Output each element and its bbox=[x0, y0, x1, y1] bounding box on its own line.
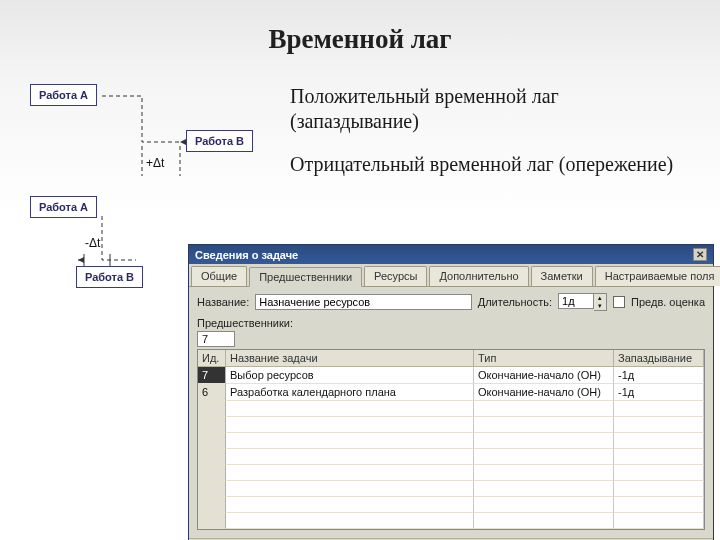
tab-advanced[interactable]: Дополнительно bbox=[429, 266, 528, 286]
diagram-node-work-a-top: Работа А bbox=[30, 84, 97, 106]
table-row[interactable] bbox=[198, 497, 704, 513]
diagram-node-work-a-bottom: Работа А bbox=[30, 196, 97, 218]
table-row[interactable]: 7 Выбор ресурсов Окончание-начало (ОН) -… bbox=[198, 367, 704, 384]
estimate-checkbox[interactable] bbox=[613, 296, 625, 308]
table-row[interactable] bbox=[198, 449, 704, 465]
col-task-name[interactable]: Название задачи bbox=[226, 350, 474, 367]
chevron-down-icon[interactable]: ▾ bbox=[594, 302, 606, 310]
table-row[interactable] bbox=[198, 417, 704, 433]
task-info-dialog: Сведения о задаче ✕ Общие Предшественник… bbox=[188, 244, 714, 540]
spin-buttons[interactable]: ▴ ▾ bbox=[594, 293, 607, 311]
tab-notes[interactable]: Заметки bbox=[531, 266, 593, 286]
table-row[interactable] bbox=[198, 513, 704, 529]
duration-stepper[interactable]: ▴ ▾ bbox=[558, 293, 607, 311]
grid-header: Ид. Название задачи Тип Запаздывание bbox=[198, 350, 704, 367]
estimate-label: Предв. оценка bbox=[631, 296, 705, 308]
dialog-title-text: Сведения о задаче bbox=[195, 249, 298, 261]
cell-type[interactable]: Окончание-начало (ОН) bbox=[474, 367, 614, 384]
table-row[interactable] bbox=[198, 481, 704, 497]
page-title: Временной лаг bbox=[0, 24, 720, 55]
cell-lag[interactable]: -1д bbox=[614, 384, 704, 401]
diagram-node-work-b-bottom: Работа В bbox=[76, 266, 143, 288]
table-row[interactable] bbox=[198, 465, 704, 481]
predecessors-section-label: Предшественники: bbox=[197, 317, 705, 329]
table-row[interactable] bbox=[198, 433, 704, 449]
tab-custom-fields[interactable]: Настраиваемые поля bbox=[595, 266, 720, 286]
minus-dt-label: -Δt bbox=[85, 236, 100, 250]
predecessors-grid[interactable]: Ид. Название задачи Тип Запаздывание 7 В… bbox=[197, 349, 705, 530]
tab-general[interactable]: Общие bbox=[191, 266, 247, 286]
table-row[interactable] bbox=[198, 401, 704, 417]
dialog-panel: Название: Длительность: ▴ ▾ Предв. оценк… bbox=[189, 287, 713, 538]
close-icon[interactable]: ✕ bbox=[693, 248, 707, 261]
plus-dt-label: +Δt bbox=[146, 156, 164, 170]
cell-name[interactable]: Разработка календарного плана bbox=[226, 384, 474, 401]
dialog-tabs: Общие Предшественники Ресурсы Дополнител… bbox=[189, 264, 713, 287]
duration-label: Длительность: bbox=[478, 296, 552, 308]
cell-id: 6 bbox=[198, 384, 226, 401]
duration-input[interactable] bbox=[558, 293, 594, 309]
task-name-input[interactable] bbox=[255, 294, 471, 310]
chevron-up-icon[interactable]: ▴ bbox=[594, 294, 606, 302]
explanation-text: Положительный временной лаг (запаздывани… bbox=[290, 84, 690, 195]
col-id[interactable]: Ид. bbox=[198, 350, 226, 367]
negative-lag-text: Отрицательный временной лаг (опережение) bbox=[290, 152, 690, 177]
tab-predecessors[interactable]: Предшественники bbox=[249, 267, 362, 287]
col-type[interactable]: Тип bbox=[474, 350, 614, 367]
name-label: Название: bbox=[197, 296, 249, 308]
cell-type[interactable]: Окончание-начало (ОН) bbox=[474, 384, 614, 401]
cell-id: 7 bbox=[198, 367, 226, 384]
tab-resources[interactable]: Ресурсы bbox=[364, 266, 427, 286]
positive-lag-text: Положительный временной лаг (запаздывани… bbox=[290, 84, 690, 134]
predecessor-id-field[interactable]: 7 bbox=[197, 331, 235, 347]
diagram-node-work-b-top: Работа В bbox=[186, 130, 253, 152]
table-row[interactable]: 6 Разработка календарного плана Окончани… bbox=[198, 384, 704, 401]
dialog-titlebar: Сведения о задаче ✕ bbox=[189, 245, 713, 264]
cell-name[interactable]: Выбор ресурсов bbox=[226, 367, 474, 384]
col-lag[interactable]: Запаздывание bbox=[614, 350, 704, 367]
cell-lag[interactable]: -1д bbox=[614, 367, 704, 384]
